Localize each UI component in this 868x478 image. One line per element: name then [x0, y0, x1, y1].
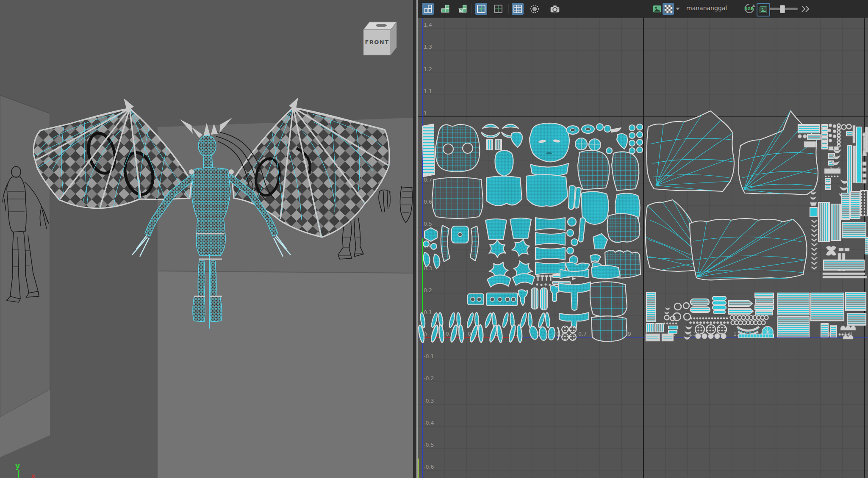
uv-shell-dot-column: [629, 124, 643, 154]
texture-borders-on-icon[interactable]: [475, 3, 487, 15]
uv-shell-petal-row1: [419, 312, 551, 329]
3d-viewport[interactable]: FRONT y x: [0, 0, 413, 478]
uv-shell-wing-b: [739, 111, 818, 195]
uv-shell-edge-sliver: [865, 127, 868, 152]
uv-shell-wing-a: [646, 111, 734, 191]
next-panel-chevrons-icon[interactable]: [800, 3, 811, 15]
pixel-grid-icon[interactable]: [512, 3, 524, 15]
rgb-label: RGB: [744, 7, 754, 11]
uv-shell-coil: [422, 124, 435, 177]
uv-shell-face: [530, 123, 569, 162]
uv-canvas[interactable]: 1.4 1.3 1.2 1.1 1 0.9 0.8 0.7 0.6 0.5 0.…: [418, 18, 868, 478]
uv-shells-canvas: .sh{stroke:#d8d8d8;stroke-width:2.2;stro…: [418, 18, 868, 478]
uv-shell-belt-stack: [535, 218, 565, 275]
dim-image-icon[interactable]: [529, 3, 541, 15]
uv-shells-tile1[interactable]: [418, 123, 643, 343]
view-cube-roof-marker: [376, 24, 387, 27]
uv-shell-wing-d: [690, 218, 807, 280]
texture-dropdown-caret-icon[interactable]: [674, 3, 681, 15]
y-axis-label: y: [15, 461, 20, 470]
toolbar-separator: [508, 4, 509, 14]
tile-layout-icon[interactable]: [422, 3, 434, 15]
uv-editor-toolbar: manananggal RGB: [418, 0, 868, 18]
texture-borders-off-icon[interactable]: [492, 3, 504, 15]
toolbar-separator: [471, 4, 472, 14]
x-axis-label: x: [31, 472, 35, 478]
uv-shell-strip-column: [798, 124, 868, 278]
texture-name-field[interactable]: manananggal: [686, 5, 741, 11]
exposure-slider-handle[interactable]: [780, 5, 785, 13]
uv-shell-pins: [536, 275, 553, 286]
3d-scene: FRONT y x: [0, 0, 413, 478]
uv-shells-split-icon[interactable]: [457, 3, 469, 15]
checker-map-icon[interactable]: [663, 3, 674, 15]
axis-gizmo: y x: [15, 461, 35, 478]
display-image-icon[interactable]: [652, 3, 662, 15]
panel-divider[interactable]: [413, 0, 416, 478]
view-cube[interactable]: FRONT: [363, 22, 397, 55]
uv-snapshot-icon[interactable]: [549, 3, 561, 15]
uv-shell-bottom-rows: [646, 292, 866, 341]
toolbar-separator: [545, 4, 545, 14]
application-window: FRONT y x: [0, 0, 868, 478]
uv-shell-neck-band: [530, 163, 568, 176]
uv-shell-belt-holes: [468, 293, 518, 306]
image-ratio-icon[interactable]: [757, 3, 770, 17]
exposure-slider[interactable]: [769, 8, 798, 10]
rgb-channels-icon[interactable]: RGB: [743, 3, 756, 15]
uv-shell-head-back: [495, 150, 513, 176]
view-cube-front-label: FRONT: [365, 39, 389, 45]
uv-shell-edge-sliver: [865, 237, 868, 254]
uv-shells-tile2[interactable]: [646, 111, 868, 341]
uv-shells-solid-icon[interactable]: [439, 3, 451, 15]
uv-shell-skirt: [432, 177, 483, 218]
uv-editor-panel: manananggal RGB: [418, 0, 868, 478]
